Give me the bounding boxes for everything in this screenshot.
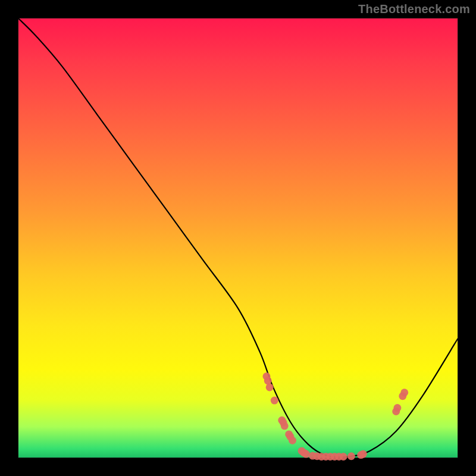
data-marker bbox=[271, 397, 278, 405]
data-marker bbox=[281, 422, 289, 430]
data-marker bbox=[347, 452, 355, 460]
data-marker bbox=[393, 404, 401, 412]
watermark-text: TheBottleneck.com bbox=[358, 2, 470, 16]
curve-svg bbox=[18, 18, 458, 458]
data-marker bbox=[264, 377, 272, 384]
marker-group bbox=[262, 372, 408, 461]
plot-area bbox=[18, 18, 458, 458]
chart-frame: TheBottleneck.com bbox=[0, 0, 476, 476]
data-marker bbox=[266, 383, 274, 391]
data-marker bbox=[302, 450, 310, 458]
data-marker bbox=[289, 437, 296, 444]
bottleneck-curve bbox=[18, 18, 458, 457]
data-marker bbox=[359, 450, 367, 458]
data-marker bbox=[400, 389, 408, 396]
data-marker bbox=[340, 453, 347, 461]
